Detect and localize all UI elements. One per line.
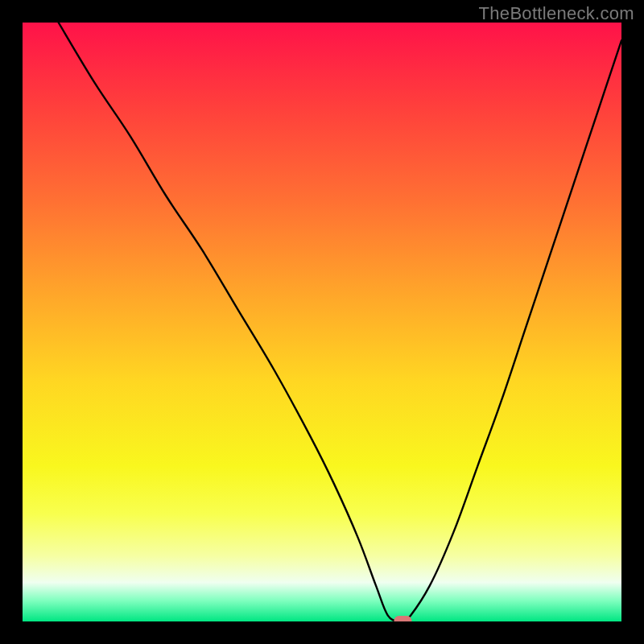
- watermark-text: TheBottleneck.com: [479, 3, 634, 24]
- plot-area: [23, 23, 621, 621]
- optimal-marker: [394, 616, 411, 621]
- gradient-background: [23, 23, 621, 621]
- bottleneck-chart-svg: [23, 23, 621, 621]
- chart-frame: TheBottleneck.com: [0, 0, 644, 644]
